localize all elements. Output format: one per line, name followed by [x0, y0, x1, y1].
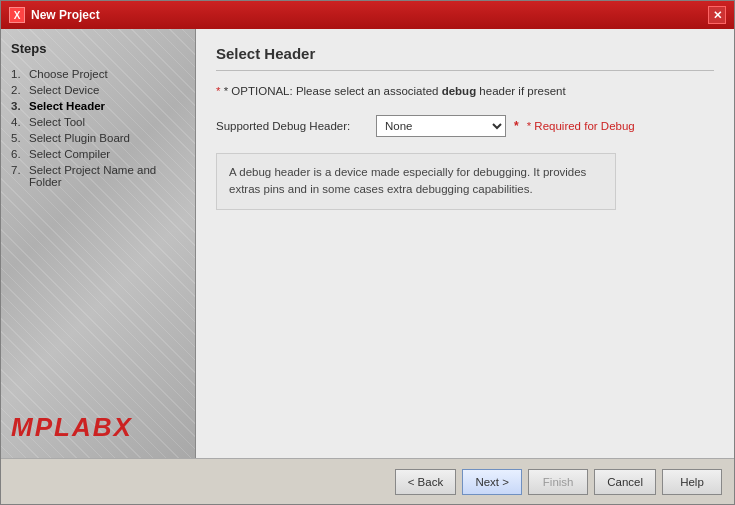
cancel-button[interactable]: Cancel — [594, 469, 656, 495]
step-4: 4. Select Tool — [11, 114, 185, 130]
finish-button[interactable]: Finish — [528, 469, 588, 495]
content-area: Steps 1. Choose Project 2. Select Device… — [1, 29, 734, 458]
step-3-label: Select Header — [29, 100, 105, 112]
mplabx-logo: MPLABX — [11, 412, 133, 443]
step-6-label: Select Compiler — [29, 148, 110, 160]
optional-suffix: header if present — [476, 85, 566, 97]
step-6: 6. Select Compiler — [11, 146, 185, 162]
sidebar-heading: Steps — [11, 41, 185, 56]
back-button[interactable]: < Back — [395, 469, 456, 495]
help-button[interactable]: Help — [662, 469, 722, 495]
select-wrapper: None * * Required for Debug — [376, 115, 635, 137]
step-4-label: Select Tool — [29, 116, 85, 128]
debug-header-select[interactable]: None — [376, 115, 506, 137]
required-label: * Required for Debug — [527, 120, 635, 132]
window-icon: X — [9, 7, 25, 23]
step-2: 2. Select Device — [11, 82, 185, 98]
title-bar-left: X New Project — [9, 7, 100, 23]
description-line1: A debug header is a device made especial… — [229, 166, 586, 178]
sidebar: Steps 1. Choose Project 2. Select Device… — [1, 29, 196, 458]
next-button[interactable]: Next > — [462, 469, 522, 495]
debug-header-label: Supported Debug Header: — [216, 120, 376, 132]
step-7: 7. Select Project Name and Folder — [11, 162, 185, 190]
step-1-label: Choose Project — [29, 68, 108, 80]
description-box: A debug header is a device made especial… — [216, 153, 616, 210]
main-window: X New Project ✕ Steps 1. Choose Project … — [0, 0, 735, 505]
optional-prefix: * OPTIONAL: Please select an associated — [224, 85, 442, 97]
step-5: 5. Select Plugin Board — [11, 130, 185, 146]
footer: < Back Next > Finish Cancel Help — [1, 458, 734, 504]
window-title: New Project — [31, 8, 100, 22]
step-1: 1. Choose Project — [11, 66, 185, 82]
description-line2: extras pins and in some cases extra debu… — [229, 183, 533, 195]
debug-bold: debug — [442, 85, 477, 97]
step-7-label: Select Project Name and Folder — [29, 164, 185, 188]
step-2-label: Select Device — [29, 84, 99, 96]
optional-note: * * OPTIONAL: Please select an associate… — [216, 85, 714, 97]
required-star-icon: * — [514, 119, 519, 133]
panel-title: Select Header — [216, 45, 714, 71]
optional-star: * — [216, 85, 220, 97]
step-5-label: Select Plugin Board — [29, 132, 130, 144]
steps-list: 1. Choose Project 2. Select Device 3. Se… — [11, 66, 185, 190]
main-panel: Select Header * * OPTIONAL: Please selec… — [196, 29, 734, 458]
close-button[interactable]: ✕ — [708, 6, 726, 24]
debug-header-row: Supported Debug Header: None * * Require… — [216, 115, 714, 137]
title-bar: X New Project ✕ — [1, 1, 734, 29]
step-3: 3. Select Header — [11, 98, 185, 114]
